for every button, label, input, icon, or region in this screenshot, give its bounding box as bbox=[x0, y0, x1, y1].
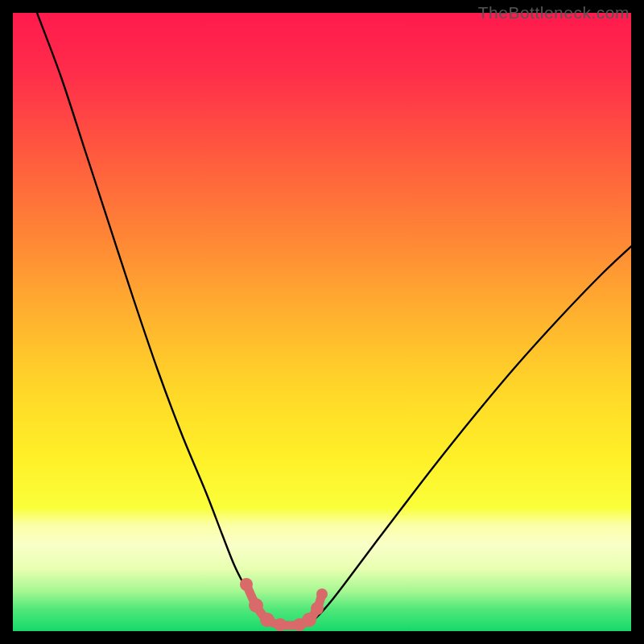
bottleneck-curve bbox=[37, 13, 631, 628]
marker-dot bbox=[302, 613, 316, 627]
marker-dot bbox=[240, 578, 253, 591]
marker-dot bbox=[274, 618, 287, 631]
watermark-text: TheBottleneck.com bbox=[478, 3, 630, 23]
marker-dot bbox=[260, 613, 275, 627]
marker-dot bbox=[249, 598, 263, 613]
plot-frame bbox=[13, 13, 631, 631]
marker-dot bbox=[316, 588, 328, 600]
curve-plot bbox=[13, 13, 631, 631]
marker-dot bbox=[311, 602, 324, 615]
